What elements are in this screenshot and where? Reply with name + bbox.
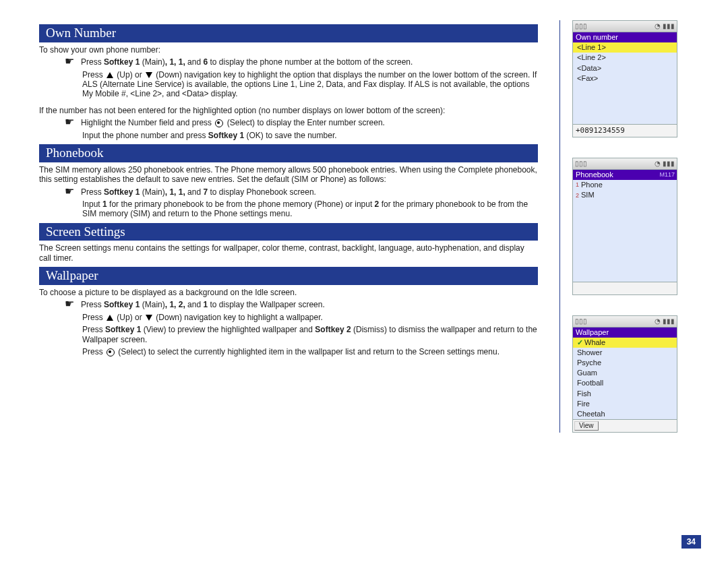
own-b1-text: Press Softkey 1 (Main), 1, 1, and 6 to d… (81, 57, 538, 67)
phone-list-item: Football (573, 378, 677, 388)
select-key-icon (107, 348, 115, 356)
wall-sub-1: Press (Up) or (Down) navigation key to h… (82, 313, 538, 322)
heading-phonebook: Phonebook (39, 144, 538, 162)
phone-list-item: Fish (573, 389, 677, 399)
phone-list-item: <Fax> (573, 73, 677, 84)
up-arrow-icon (107, 315, 113, 321)
down-arrow-icon (146, 72, 152, 78)
check-icon: ✓ (577, 338, 583, 346)
phone-list-item: ✓Whale (573, 338, 677, 348)
phone-screenshot-phonebook: ▯▯▯◔ ▮▮▮ PhonebookM117 1Phone 2SIM (572, 158, 677, 295)
phone-title: Wallpaper (573, 327, 677, 338)
own-bullet-1: ☛ Press Softkey 1 (Main), 1, 1, and 6 to… (65, 57, 538, 67)
phone-list-item: Psyche (573, 358, 677, 368)
own-sub-2: Input the phone number and press Softkey… (82, 131, 538, 140)
pointer-icon: ☛ (65, 187, 74, 197)
own-intro: To show your own phone number: (39, 45, 538, 55)
select-key-icon (215, 119, 223, 127)
phone-list-item: <Data> (573, 63, 677, 73)
pbk-bullet-1: ☛ Press Softkey 1 (Main), 1, 1, and 7 to… (65, 187, 538, 197)
phone-screenshot-wallpaper: ▯▯▯◔ ▮▮▮ Wallpaper ✓Whale Shower Psyche … (572, 315, 677, 433)
own-bullet-2: ☛ Highlight the Number field and press (… (65, 118, 538, 127)
phone-status-bar: ▯▯▯◔ ▮▮▮ (573, 158, 677, 170)
phone-screenshot-own-number: ▯▯▯◔ ▮▮▮ Own number <Line 1> <Line 2> <D… (572, 20, 677, 137)
column-divider (559, 20, 560, 433)
phone-list-item: 2SIM (573, 190, 677, 200)
phone-footer-number: +0891234559 (573, 124, 677, 137)
pointer-icon: ☛ (65, 299, 74, 309)
page-number-badge: 34 (681, 535, 701, 549)
wall-bullet-1: ☛ Press Softkey 1 (Main), 1, 2, and 1 to… (65, 300, 538, 309)
phone-list-item: Cheetah (573, 409, 677, 419)
pbk-b1-text: Press Softkey 1 (Main), 1, 1, and 7 to d… (81, 187, 538, 197)
wall-sub-2: Press Softkey 1 (View) to preview the hi… (82, 325, 538, 344)
own-sub-1: Press (Up) or (Down) navigation key to h… (82, 70, 538, 99)
heading-own-number: Own Number (39, 24, 538, 42)
own-b2-text: Highlight the Number field and press (Se… (81, 118, 538, 127)
phone-list-item: Shower (573, 348, 677, 358)
phone-list-item: Fire (573, 399, 677, 409)
own-para-2: If the number has not been entered for t… (39, 106, 538, 115)
heading-wallpaper: Wallpaper (39, 267, 538, 285)
screen-intro: The Screen settings menu contains the se… (39, 243, 538, 263)
pointer-icon: ☛ (65, 117, 74, 127)
phonebook-intro: The SIM memory allows 250 phonebook entr… (39, 165, 538, 185)
phone-list-item: Guam (573, 368, 677, 378)
wall-b1-text: Press Softkey 1 (Main), 1, 2, and 1 to d… (81, 300, 538, 309)
pointer-icon: ☛ (65, 57, 74, 67)
softkey-view: View (574, 421, 599, 431)
up-arrow-icon (107, 72, 113, 78)
phone-title: Own number (573, 32, 677, 42)
phone-status-bar: ▯▯▯◔ ▮▮▮ (573, 316, 677, 327)
wallpaper-intro: To choose a picture to be displayed as a… (39, 288, 538, 297)
pbk-sub-1: Input 1 for the primary phonebook to be … (82, 199, 538, 219)
down-arrow-icon (146, 315, 152, 321)
phone-footer (573, 282, 677, 294)
phone-list-item: <Line 2> (573, 53, 677, 63)
heading-screen-settings: Screen Settings (39, 223, 538, 241)
phone-status-bar: ▯▯▯◔ ▮▮▮ (573, 21, 677, 32)
phone-list-item: <Line 1> (573, 42, 677, 53)
phone-title: PhonebookM117 (573, 170, 677, 180)
phone-footer: View (573, 419, 677, 432)
phone-list-item: 1Phone (573, 180, 677, 190)
wall-sub-3: Press (Select) to select the currently h… (82, 347, 538, 356)
